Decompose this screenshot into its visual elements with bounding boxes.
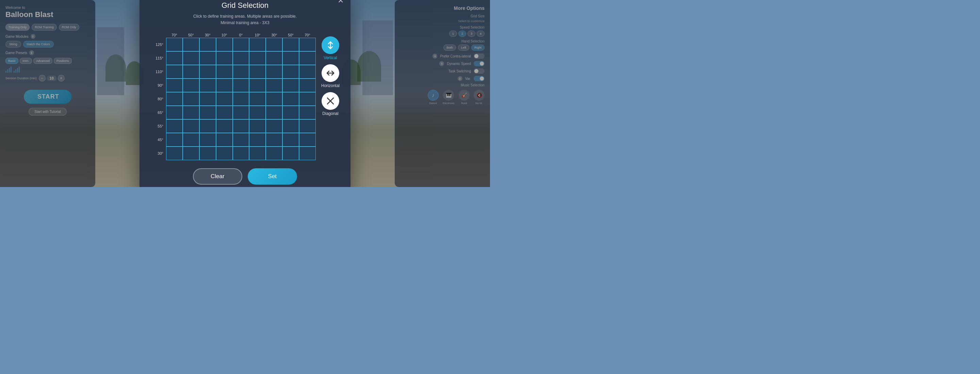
grid-cell-3-5[interactable]	[249, 79, 266, 92]
grid-cell-7-1[interactable]	[183, 133, 199, 147]
grid-cell-4-6[interactable]	[266, 92, 282, 106]
grid-cell-2-3[interactable]	[216, 65, 233, 79]
grid-cell-8-3[interactable]	[216, 147, 233, 160]
grid-cell-6-5[interactable]	[249, 119, 266, 133]
grid-cell-6-1[interactable]	[183, 119, 199, 133]
grid-cell-8-4[interactable]	[233, 147, 250, 160]
grid-cell-2-7[interactable]	[282, 65, 299, 79]
grid-cell-4-8[interactable]	[299, 92, 316, 106]
grid-cell-4-5[interactable]	[249, 92, 266, 106]
grid-cell-1-3[interactable]	[216, 51, 233, 65]
grid-cell-2-2[interactable]	[199, 65, 216, 79]
direction-buttons: Vertical Horizontal	[321, 33, 340, 160]
grid-cell-2-5[interactable]	[249, 65, 266, 79]
grid-cell-1-2[interactable]	[199, 51, 216, 65]
grid-cell-4-2[interactable]	[199, 92, 216, 106]
grid-cell-1-0[interactable]	[166, 51, 183, 65]
grid-cell-2-1[interactable]	[183, 65, 199, 79]
grid-cell-0-6[interactable]	[266, 38, 282, 51]
grid-cell-0-8[interactable]	[299, 38, 316, 51]
grid-cell-1-1[interactable]	[183, 51, 199, 65]
grid-cell-7-7[interactable]	[282, 133, 299, 147]
grid-cell-8-7[interactable]	[282, 147, 299, 160]
grid-cell-3-8[interactable]	[299, 79, 316, 92]
grid-cell-6-7[interactable]	[282, 119, 299, 133]
grid-cell-1-8[interactable]	[299, 51, 316, 65]
grid-cell-3-2[interactable]	[199, 79, 216, 92]
grid-cell-8-6[interactable]	[266, 147, 282, 160]
col-50-right: 50°	[282, 33, 299, 37]
grid-cell-8-0[interactable]	[166, 147, 183, 160]
diagonal-label: Diagonal	[322, 111, 338, 116]
grid-cell-3-4[interactable]	[233, 79, 250, 92]
grid-cell-8-1[interactable]	[183, 147, 199, 160]
grid-cell-6-8[interactable]	[299, 119, 316, 133]
grid-cell-1-4[interactable]	[233, 51, 250, 65]
row-label-1: 115°	[150, 51, 166, 65]
grid-cell-1-6[interactable]	[266, 51, 282, 65]
grid-cell-0-3[interactable]	[216, 38, 233, 51]
grid-cell-5-3[interactable]	[216, 106, 233, 119]
diagonal-button[interactable]	[321, 92, 339, 110]
grid-cell-7-2[interactable]	[199, 133, 216, 147]
grid-cell-4-7[interactable]	[282, 92, 299, 106]
grid-cell-5-5[interactable]	[249, 106, 266, 119]
modal-close-button[interactable]: ✕	[337, 0, 344, 5]
grid-cell-8-2[interactable]	[199, 147, 216, 160]
grid-cell-5-4[interactable]	[233, 106, 250, 119]
grid-cell-6-4[interactable]	[233, 119, 250, 133]
grid-cell-7-3[interactable]	[216, 133, 233, 147]
grid-cell-4-4[interactable]	[233, 92, 250, 106]
grid-cell-5-7[interactable]	[282, 106, 299, 119]
vertical-button[interactable]	[321, 36, 339, 54]
set-button[interactable]: Set	[248, 168, 298, 185]
modal-overlay[interactable]: ✕ Grid Selection Click to define trainin…	[0, 0, 490, 187]
grid-cell-0-7[interactable]	[282, 38, 299, 51]
grid-cell-8-8[interactable]	[299, 147, 316, 160]
grid-cell-1-5[interactable]	[249, 51, 266, 65]
grid-cell-3-1[interactable]	[183, 79, 199, 92]
grid-cell-4-0[interactable]	[166, 92, 183, 106]
grid-cell-7-6[interactable]	[266, 133, 282, 147]
modal-subtitle: Click to define training areas. Multiple…	[193, 13, 297, 26]
row-label-5: 65°	[150, 106, 166, 119]
col-70-left: 70°	[166, 33, 183, 37]
grid-cell-7-4[interactable]	[233, 133, 250, 147]
grid-cell-0-2[interactable]	[199, 38, 216, 51]
grid-cell-7-0[interactable]	[166, 133, 183, 147]
grid-cell-1-7[interactable]	[282, 51, 299, 65]
grid-cell-5-1[interactable]	[183, 106, 199, 119]
grid-cell-3-7[interactable]	[282, 79, 299, 92]
grid-cell-6-0[interactable]	[166, 119, 183, 133]
grid-cell-0-0[interactable]	[166, 38, 183, 51]
grid-cell-0-1[interactable]	[183, 38, 199, 51]
col-0: 0°	[233, 33, 250, 37]
grid-cell-8-5[interactable]	[249, 147, 266, 160]
grid-cell-5-6[interactable]	[266, 106, 282, 119]
clear-button[interactable]: Clear	[193, 168, 242, 185]
col-70-right: 70°	[299, 33, 316, 37]
grid-cell-6-2[interactable]	[199, 119, 216, 133]
grid-cell-2-8[interactable]	[299, 65, 316, 79]
grid-cell-2-4[interactable]	[233, 65, 250, 79]
row-label-2: 110°	[150, 65, 166, 79]
grid-cell-0-5[interactable]	[249, 38, 266, 51]
row-label-0: 125°	[150, 38, 166, 51]
grid-cell-7-5[interactable]	[249, 133, 266, 147]
grid-cell-7-8[interactable]	[299, 133, 316, 147]
grid-cell-2-6[interactable]	[266, 65, 282, 79]
grid-cell-6-6[interactable]	[266, 119, 282, 133]
grid-cell-3-0[interactable]	[166, 79, 183, 92]
grid-cell-3-6[interactable]	[266, 79, 282, 92]
grid-cell-6-3[interactable]	[216, 119, 233, 133]
grid-cell-5-8[interactable]	[299, 106, 316, 119]
grid-cell-5-2[interactable]	[199, 106, 216, 119]
grid-cell-2-0[interactable]	[166, 65, 183, 79]
grid-cell-5-0[interactable]	[166, 106, 183, 119]
grid-cell-0-4[interactable]	[233, 38, 250, 51]
horizontal-button[interactable]	[321, 64, 339, 82]
grid-cell-4-3[interactable]	[216, 92, 233, 106]
grid-cell-4-1[interactable]	[183, 92, 199, 106]
grid-cell-3-3[interactable]	[216, 79, 233, 92]
row-label-4: 80°	[150, 92, 166, 106]
